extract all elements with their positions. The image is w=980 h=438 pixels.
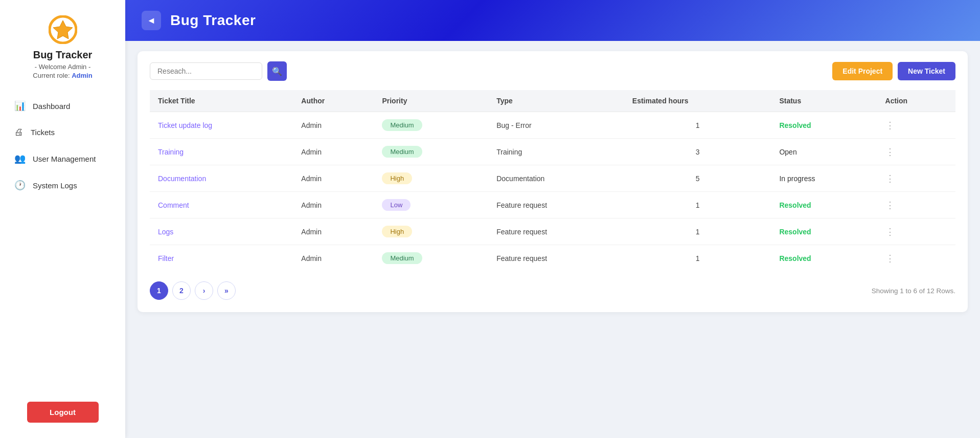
table-row: Logs Admin High Feature request 1 Resolv… <box>150 218 955 245</box>
cell-priority-3: Low <box>374 192 488 218</box>
ticket-toolbar: 🔍 Edit Project New Ticket <box>150 61 955 81</box>
main-content: ◄ Bug Tracker 🔍 Edit Project New Ticket … <box>125 0 980 438</box>
cell-priority-4: High <box>374 218 488 245</box>
cell-action-2: ⋮ <box>877 165 955 192</box>
table-header: Ticket Title Author Priority Type Estima… <box>150 90 955 112</box>
col-priority: Priority <box>374 90 488 112</box>
ticket-link-1[interactable]: Training <box>158 148 184 156</box>
cell-action-0: ⋮ <box>877 112 955 139</box>
page-last-btn[interactable]: » <box>217 281 236 300</box>
cell-action-4: ⋮ <box>877 218 955 245</box>
cell-hours-0: 1 <box>624 112 771 139</box>
status-text-2: In progress <box>779 174 815 183</box>
ticket-card: 🔍 Edit Project New Ticket Ticket Title A… <box>138 51 968 312</box>
cell-type-5: Feature request <box>488 245 624 272</box>
system-logs-icon: 🕐 <box>14 180 26 191</box>
new-ticket-button[interactable]: New Ticket <box>898 62 955 80</box>
role-text: Current role: Admin <box>33 72 92 79</box>
col-action: Action <box>877 90 955 112</box>
col-title: Ticket Title <box>150 90 293 112</box>
logout-section: Logout <box>27 402 99 423</box>
cell-priority-2: High <box>374 165 488 192</box>
status-text-5: Resolved <box>779 254 811 262</box>
page-btn-2[interactable]: 2 <box>172 281 191 300</box>
cell-status-4: Resolved <box>771 218 877 245</box>
cell-priority-0: Medium <box>374 112 488 139</box>
sidebar-item-dashboard[interactable]: 📊 Dashboard <box>0 94 125 118</box>
search-button[interactable]: 🔍 <box>267 61 287 81</box>
action-menu-2[interactable]: ⋮ <box>885 173 895 184</box>
ticket-link-2[interactable]: Documentation <box>158 174 206 183</box>
status-text-3: Resolved <box>779 201 811 209</box>
cell-author-1: Admin <box>293 139 374 165</box>
priority-badge-2: High <box>382 172 412 184</box>
page-next-btn[interactable]: › <box>195 281 213 300</box>
table-row: Comment Admin Low Feature request 1 Reso… <box>150 192 955 218</box>
cell-action-3: ⋮ <box>877 192 955 218</box>
cell-title-3: Comment <box>150 192 293 218</box>
cell-type-1: Training <box>488 139 624 165</box>
action-menu-0[interactable]: ⋮ <box>885 120 895 130</box>
table-row: Documentation Admin High Documentation 5… <box>150 165 955 192</box>
tickets-table: Ticket Title Author Priority Type Estima… <box>150 90 955 271</box>
pagination: 1 2 › » Showing 1 to 6 of 12 Rows. <box>150 281 955 300</box>
cell-type-3: Feature request <box>488 192 624 218</box>
priority-badge-5: Medium <box>382 252 422 264</box>
cell-title-4: Logs <box>150 218 293 245</box>
ticket-link-4[interactable]: Logs <box>158 228 173 236</box>
action-menu-4[interactable]: ⋮ <box>885 227 895 237</box>
welcome-text: - Welcome Admin - <box>35 63 91 71</box>
cell-author-4: Admin <box>293 218 374 245</box>
cell-hours-1: 3 <box>624 139 771 165</box>
logout-button[interactable]: Logout <box>27 402 99 423</box>
col-status: Status <box>771 90 877 112</box>
table-row: Ticket update log Admin Medium Bug - Err… <box>150 112 955 139</box>
cell-type-0: Bug - Error <box>488 112 624 139</box>
cell-title-1: Training <box>150 139 293 165</box>
cell-status-5: Resolved <box>771 245 877 272</box>
ticket-link-0[interactable]: Ticket update log <box>158 121 212 129</box>
dashboard-icon: 📊 <box>14 100 26 112</box>
status-text-4: Resolved <box>779 228 811 236</box>
cell-hours-3: 1 <box>624 192 771 218</box>
edit-project-button[interactable]: Edit Project <box>832 62 893 80</box>
back-button[interactable]: ◄ <box>142 11 161 30</box>
col-type: Type <box>488 90 624 112</box>
table-row: Training Admin Medium Training 3 Open ⋮ <box>150 139 955 165</box>
ticket-link-3[interactable]: Comment <box>158 201 189 209</box>
sidebar-item-tickets[interactable]: 🖨 Tickets <box>0 120 125 144</box>
role-link[interactable]: Admin <box>72 72 92 79</box>
cell-action-5: ⋮ <box>877 245 955 272</box>
cell-title-5: Filter <box>150 245 293 272</box>
back-icon: ◄ <box>147 15 156 26</box>
cell-title-0: Ticket update log <box>150 112 293 139</box>
ticket-link-5[interactable]: Filter <box>158 254 174 262</box>
cell-status-1: Open <box>771 139 877 165</box>
cell-author-2: Admin <box>293 165 374 192</box>
cell-status-3: Resolved <box>771 192 877 218</box>
page-title: Bug Tracker <box>170 12 256 29</box>
priority-badge-1: Medium <box>382 146 422 158</box>
table-body: Ticket update log Admin Medium Bug - Err… <box>150 112 955 272</box>
sidebar-item-system-logs[interactable]: 🕐 System Logs <box>0 173 125 198</box>
search-input[interactable] <box>150 62 262 80</box>
action-menu-5[interactable]: ⋮ <box>885 253 895 264</box>
tickets-icon: 🖨 <box>14 127 24 138</box>
cell-type-4: Feature request <box>488 218 624 245</box>
sidebar-item-system-logs-label: System Logs <box>33 181 77 190</box>
sidebar-item-tickets-label: Tickets <box>31 128 55 137</box>
status-text-0: Resolved <box>779 121 811 129</box>
cell-hours-2: 5 <box>624 165 771 192</box>
sidebar-item-dashboard-label: Dashboard <box>33 102 70 111</box>
priority-badge-3: Low <box>382 199 411 211</box>
status-text-1: Open <box>779 148 796 156</box>
action-menu-3[interactable]: ⋮ <box>885 200 895 210</box>
cell-action-1: ⋮ <box>877 139 955 165</box>
cell-title-2: Documentation <box>150 165 293 192</box>
sidebar-item-user-management-label: User Management <box>33 155 96 163</box>
sidebar-item-user-management[interactable]: 👥 User Management <box>0 146 125 171</box>
sidebar: Bug Tracker - Welcome Admin - Current ro… <box>0 0 125 438</box>
main-header: ◄ Bug Tracker <box>125 0 980 41</box>
action-menu-1[interactable]: ⋮ <box>885 147 895 157</box>
page-btn-1[interactable]: 1 <box>150 281 168 300</box>
